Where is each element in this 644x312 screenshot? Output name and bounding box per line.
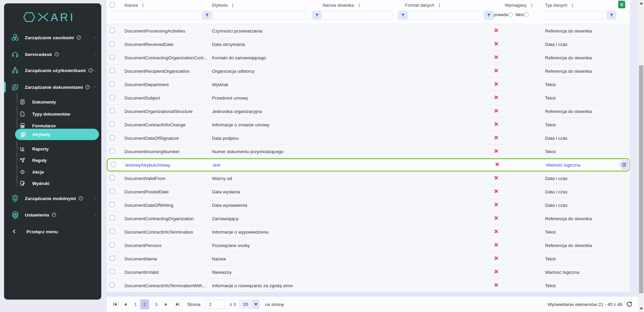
row-checkbox[interactable]: [110, 122, 115, 127]
table-row[interactable]: DocumentPersons Pozwiązane osoby Referen…: [107, 239, 630, 252]
row-checkbox[interactable]: [110, 175, 115, 180]
column-header-nazwa[interactable]: Nazwa ⋮: [124, 0, 145, 10]
chevron-down-icon[interactable]: [93, 213, 97, 217]
chevron-up-icon[interactable]: [93, 85, 97, 89]
edit-icon[interactable]: [619, 160, 630, 170]
filter-button-nazwa-slownika[interactable]: [398, 11, 408, 20]
row-checkbox[interactable]: [110, 41, 115, 46]
row-checkbox[interactable]: [110, 135, 115, 140]
row-checkbox[interactable]: [110, 81, 115, 86]
table-row[interactable]: DocumentPostedDate Data wysłania Data i …: [107, 185, 630, 198]
export-excel-icon[interactable]: X: [618, 1, 625, 8]
row-checkbox[interactable]: [110, 55, 115, 60]
filter-button-typ-danych[interactable]: [606, 11, 616, 20]
row-checkbox[interactable]: [110, 189, 115, 194]
page-link-3[interactable]: 3: [155, 302, 158, 307]
table-row[interactable]: DocumentDepartment Wydział Tekst: [107, 78, 630, 91]
row-checkbox[interactable]: [110, 229, 115, 234]
page-link-1[interactable]: 1: [134, 302, 137, 307]
previous-page-button[interactable]: [121, 301, 129, 308]
sidebar-item-zarzadzanie-zasobami[interactable]: Zarządzanie zasobami: [4, 32, 101, 44]
filter-input-typ-danych[interactable]: [545, 11, 603, 20]
scrollbar-thumb[interactable]: [639, 65, 643, 293]
column-menu-icon[interactable]: ⋮: [141, 3, 145, 8]
table-row[interactable]: DocumentRecipientOrganization Organizacj…: [107, 64, 630, 78]
radio-prawda[interactable]: [508, 12, 513, 17]
table-row[interactable]: DocumentIncomingNumber Numer dokumentu p…: [107, 145, 630, 158]
filter-button-nazwa[interactable]: [202, 11, 212, 20]
filter-button-format-danych[interactable]: [484, 11, 494, 20]
column-header-nazwa-slownika[interactable]: Nazwa słownika ⋮: [323, 0, 361, 10]
refresh-icon[interactable]: [626, 301, 633, 308]
grid-horizontal-scrollbar[interactable]: [107, 292, 630, 296]
table-row[interactable]: DocumentContractingOrganization Zamawiaj…: [107, 212, 630, 225]
radio-falsz[interactable]: [525, 12, 529, 17]
next-page-button[interactable]: [162, 301, 170, 308]
table-row[interactable]: DocumentOrganizationalStructure Jednostk…: [107, 105, 630, 118]
sidebar-item-zarzadzanie-uzytkownikami[interactable]: Zarządzanie użytkownikami: [4, 64, 101, 76]
table-row[interactable]: DocumentDateOfSignature Data podpisu Dat…: [107, 131, 630, 145]
row-checkbox[interactable]: [110, 68, 115, 73]
chevron-down-icon[interactable]: [93, 68, 97, 72]
filter-input-etykieta[interactable]: [212, 11, 306, 20]
chevron-down-icon[interactable]: [93, 36, 97, 40]
table-row[interactable]: DocumentContractInfoTerminationWith... I…: [107, 279, 630, 292]
scroll-up-icon[interactable]: [640, 2, 643, 4]
table-row[interactable]: DocumentReceivedDate Data otrzymania Dat…: [107, 38, 630, 51]
table-row[interactable]: DocumentProcessingActivities Czynności p…: [107, 24, 630, 38]
column-header-format-danych[interactable]: Format danych ⋮: [405, 0, 442, 10]
table-row[interactable]: DocumentSubject Przedmiot umowy Tekst: [107, 91, 630, 105]
row-checkbox[interactable]: [111, 162, 116, 167]
column-header-typ-danych[interactable]: Typ danych ⋮: [545, 0, 575, 10]
sidebar-item-dokumenty[interactable]: Dokumenty: [4, 97, 101, 107]
page-size-select[interactable]: 20: [239, 300, 260, 309]
page-scrollbar[interactable]: [638, 0, 644, 312]
table-row[interactable]: DocumentValidFrom Ważny od Data i czas: [107, 172, 630, 185]
filter-input-format-danych[interactable]: [408, 11, 479, 20]
table-row[interactable]: DocumentContractingOrganizationCont... K…: [107, 51, 630, 64]
column-menu-icon[interactable]: ⋮: [571, 3, 575, 8]
scroll-down-icon[interactable]: [640, 308, 643, 310]
column-menu-icon[interactable]: ⋮: [230, 3, 235, 8]
column-header-wymagany[interactable]: Wymagany ⋮: [505, 0, 534, 10]
row-checkbox[interactable]: [110, 148, 115, 153]
sidebar-item-reguly[interactable]: Reguły: [4, 155, 101, 166]
sidebar-item-atrybuty[interactable]: Atrybuty: [15, 129, 99, 140]
grid-vertical-scrollbar[interactable]: [632, 21, 637, 292]
chevron-down-icon[interactable]: [93, 52, 97, 56]
filter-input-nazwa[interactable]: [111, 11, 198, 20]
table-row[interactable]: DocumentContractInfoChange Informacje o …: [107, 118, 630, 131]
row-checkbox[interactable]: [110, 256, 115, 261]
table-row[interactable]: testowyAtrybutUmowy test Wartość logiczn…: [107, 158, 630, 172]
row-checkbox[interactable]: [110, 108, 115, 113]
table-row[interactable]: DocumentDateOfWriting Data wystawienia D…: [107, 198, 630, 212]
sidebar-item-servicedesk[interactable]: Servicedesk: [4, 48, 101, 60]
collapse-menu-button[interactable]: Przełącz menu: [4, 226, 101, 237]
page-number-input[interactable]: [206, 300, 225, 309]
first-page-button[interactable]: [111, 301, 119, 308]
column-header-etykieta[interactable]: Etykieta ⋮: [212, 0, 235, 10]
sidebar-item-wydruki[interactable]: Wydruki: [4, 178, 101, 189]
sidebar-item-typy-dokumentow[interactable]: Typy dokumentów: [4, 109, 101, 119]
filter-button-etykieta[interactable]: [312, 11, 322, 20]
page-current[interactable]: 2: [140, 299, 149, 309]
row-checkbox[interactable]: [110, 215, 115, 221]
sidebar-item-ustawienia[interactable]: Ustawienia: [4, 209, 101, 221]
row-checkbox[interactable]: [110, 202, 115, 207]
row-checkbox[interactable]: [110, 28, 115, 33]
table-row[interactable]: DocumentInValid Nieważny Wartość logiczn…: [107, 265, 630, 279]
select-all-checkbox[interactable]: [110, 2, 115, 7]
table-row[interactable]: DocumentContractInfoTermination Informac…: [107, 225, 630, 239]
row-checkbox[interactable]: [110, 242, 115, 247]
row-checkbox[interactable]: [110, 95, 115, 100]
column-menu-icon[interactable]: ⋮: [437, 3, 442, 8]
row-checkbox[interactable]: [110, 269, 115, 274]
column-menu-icon[interactable]: ⋮: [530, 3, 534, 8]
column-menu-icon[interactable]: ⋮: [357, 3, 361, 8]
sidebar-item-zarzadzanie-dokumentami[interactable]: Zarządzanie dokumentami: [4, 81, 101, 93]
sidebar-item-zarzadzanie-mobilnymi[interactable]: Zarządzanie mobilnymi: [4, 192, 101, 204]
table-row[interactable]: DocumentName Nazwa Tekst: [107, 252, 630, 265]
row-checkbox[interactable]: [110, 283, 115, 288]
filter-input-nazwa-slownika[interactable]: [321, 11, 392, 20]
chevron-down-icon[interactable]: [93, 196, 97, 200]
